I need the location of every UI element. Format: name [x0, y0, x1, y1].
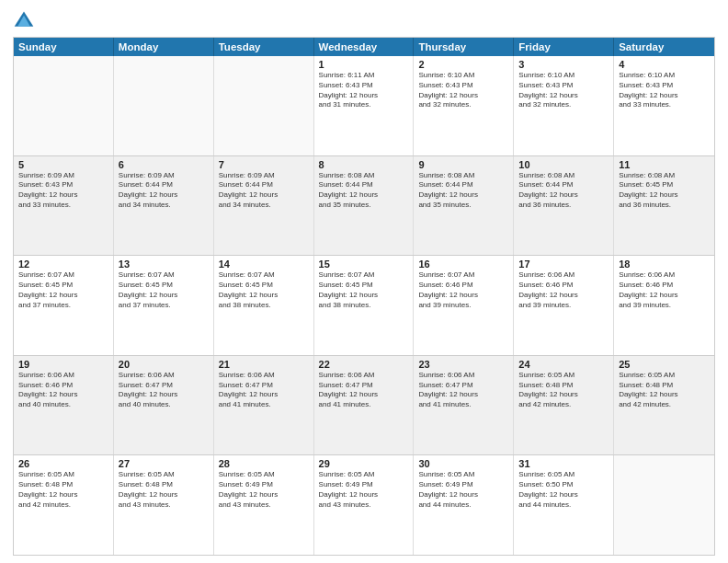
day-info: Sunrise: 6:06 AM Sunset: 6:46 PM Dayligh… [18, 371, 108, 410]
calendar-cell: 28Sunrise: 6:05 AM Sunset: 6:49 PM Dayli… [214, 455, 314, 555]
calendar-week-row: 12Sunrise: 6:07 AM Sunset: 6:45 PM Dayli… [14, 255, 714, 355]
day-info: Sunrise: 6:06 AM Sunset: 6:47 PM Dayligh… [119, 371, 209, 410]
calendar-header-cell: Friday [514, 38, 614, 56]
day-info: Sunrise: 6:06 AM Sunset: 6:47 PM Dayligh… [319, 371, 409, 410]
day-info: Sunrise: 6:08 AM Sunset: 6:45 PM Dayligh… [619, 171, 710, 211]
day-info: Sunrise: 6:05 AM Sunset: 6:48 PM Dayligh… [518, 371, 609, 410]
day-number: 5 [18, 159, 108, 170]
day-info: Sunrise: 6:08 AM Sunset: 6:44 PM Dayligh… [319, 171, 409, 211]
calendar-cell: 1Sunrise: 6:11 AM Sunset: 6:43 PM Daylig… [314, 56, 415, 155]
day-info: Sunrise: 6:11 AM Sunset: 6:43 PM Dayligh… [319, 71, 409, 110]
calendar-header-row: SundayMondayTuesdayWednesdayThursdayFrid… [14, 38, 714, 56]
day-info: Sunrise: 6:07 AM Sunset: 6:45 PM Dayligh… [219, 270, 309, 310]
day-info: Sunrise: 6:08 AM Sunset: 6:44 PM Dayligh… [518, 171, 609, 211]
day-number: 23 [418, 359, 508, 370]
logo [13, 9, 39, 31]
calendar-week-row: 5Sunrise: 6:09 AM Sunset: 6:43 PM Daylig… [14, 155, 714, 256]
calendar-week-row: 26Sunrise: 6:05 AM Sunset: 6:48 PM Dayli… [14, 454, 714, 555]
calendar-cell-empty [14, 56, 114, 155]
day-number: 11 [619, 159, 710, 170]
calendar-cell-empty [614, 455, 714, 555]
day-info: Sunrise: 6:06 AM Sunset: 6:47 PM Dayligh… [219, 371, 309, 410]
calendar-cell: 26Sunrise: 6:05 AM Sunset: 6:48 PM Dayli… [14, 455, 114, 555]
calendar-cell: 4Sunrise: 6:10 AM Sunset: 6:43 PM Daylig… [614, 56, 714, 155]
calendar-cell: 20Sunrise: 6:06 AM Sunset: 6:47 PM Dayli… [114, 356, 214, 455]
calendar-header-cell: Wednesday [314, 38, 415, 56]
day-number: 8 [319, 159, 409, 170]
calendar-header-cell: Saturday [614, 38, 714, 56]
calendar-cell: 11Sunrise: 6:08 AM Sunset: 6:45 PM Dayli… [614, 156, 714, 256]
calendar-header-cell: Sunday [14, 38, 114, 56]
day-number: 6 [119, 159, 209, 170]
day-number: 7 [219, 159, 309, 170]
calendar-cell: 6Sunrise: 6:09 AM Sunset: 6:44 PM Daylig… [114, 156, 214, 256]
day-number: 13 [119, 259, 209, 270]
day-number: 9 [418, 159, 508, 170]
day-info: Sunrise: 6:06 AM Sunset: 6:46 PM Dayligh… [518, 270, 609, 310]
day-info: Sunrise: 6:06 AM Sunset: 6:46 PM Dayligh… [619, 270, 710, 310]
calendar-week-row: 19Sunrise: 6:06 AM Sunset: 6:46 PM Dayli… [14, 355, 714, 455]
calendar-cell: 8Sunrise: 6:08 AM Sunset: 6:44 PM Daylig… [314, 156, 415, 256]
day-number: 17 [518, 259, 609, 270]
calendar-cell-empty [114, 56, 214, 155]
day-number: 3 [518, 59, 609, 70]
day-number: 31 [518, 458, 609, 469]
day-info: Sunrise: 6:08 AM Sunset: 6:44 PM Dayligh… [418, 171, 508, 211]
day-info: Sunrise: 6:05 AM Sunset: 6:48 PM Dayligh… [619, 371, 710, 410]
day-info: Sunrise: 6:05 AM Sunset: 6:49 PM Dayligh… [418, 470, 508, 510]
calendar-cell: 24Sunrise: 6:05 AM Sunset: 6:48 PM Dayli… [514, 356, 614, 455]
calendar-header-cell: Monday [114, 38, 214, 56]
day-info: Sunrise: 6:05 AM Sunset: 6:49 PM Dayligh… [219, 470, 309, 510]
calendar-cell: 3Sunrise: 6:10 AM Sunset: 6:43 PM Daylig… [514, 56, 614, 155]
calendar-cell: 12Sunrise: 6:07 AM Sunset: 6:45 PM Dayli… [14, 256, 114, 355]
calendar-header-cell: Thursday [414, 38, 514, 56]
day-number: 12 [18, 259, 108, 270]
header [13, 9, 715, 31]
day-info: Sunrise: 6:05 AM Sunset: 6:48 PM Dayligh… [18, 470, 108, 510]
day-number: 28 [219, 458, 309, 469]
logo-icon [13, 9, 35, 31]
day-info: Sunrise: 6:05 AM Sunset: 6:48 PM Dayligh… [119, 470, 209, 510]
day-info: Sunrise: 6:10 AM Sunset: 6:43 PM Dayligh… [619, 71, 710, 110]
calendar-body: 1Sunrise: 6:11 AM Sunset: 6:43 PM Daylig… [14, 56, 714, 555]
calendar-cell: 25Sunrise: 6:05 AM Sunset: 6:48 PM Dayli… [614, 356, 714, 455]
day-number: 24 [518, 359, 609, 370]
day-number: 16 [418, 259, 508, 270]
calendar-cell: 31Sunrise: 6:05 AM Sunset: 6:50 PM Dayli… [514, 455, 614, 555]
day-number: 10 [518, 159, 609, 170]
day-number: 22 [319, 359, 409, 370]
calendar-cell: 27Sunrise: 6:05 AM Sunset: 6:48 PM Dayli… [114, 455, 214, 555]
day-info: Sunrise: 6:07 AM Sunset: 6:45 PM Dayligh… [119, 270, 209, 310]
calendar-cell: 9Sunrise: 6:08 AM Sunset: 6:44 PM Daylig… [414, 156, 514, 256]
calendar-header-cell: Tuesday [214, 38, 314, 56]
day-number: 19 [18, 359, 108, 370]
calendar-cell: 21Sunrise: 6:06 AM Sunset: 6:47 PM Dayli… [214, 356, 314, 455]
calendar-cell: 5Sunrise: 6:09 AM Sunset: 6:43 PM Daylig… [14, 156, 114, 256]
calendar-cell: 30Sunrise: 6:05 AM Sunset: 6:49 PM Dayli… [414, 455, 514, 555]
day-info: Sunrise: 6:05 AM Sunset: 6:50 PM Dayligh… [518, 470, 609, 510]
day-number: 15 [319, 259, 409, 270]
day-number: 4 [619, 59, 710, 70]
day-number: 14 [219, 259, 309, 270]
calendar-cell: 18Sunrise: 6:06 AM Sunset: 6:46 PM Dayli… [614, 256, 714, 355]
day-info: Sunrise: 6:07 AM Sunset: 6:45 PM Dayligh… [319, 270, 409, 310]
day-number: 20 [119, 359, 209, 370]
calendar-cell: 22Sunrise: 6:06 AM Sunset: 6:47 PM Dayli… [314, 356, 415, 455]
day-info: Sunrise: 6:06 AM Sunset: 6:47 PM Dayligh… [418, 371, 508, 410]
day-info: Sunrise: 6:09 AM Sunset: 6:44 PM Dayligh… [119, 171, 209, 211]
calendar-cell-empty [214, 56, 314, 155]
day-info: Sunrise: 6:10 AM Sunset: 6:43 PM Dayligh… [518, 71, 609, 110]
day-number: 26 [18, 458, 108, 469]
day-info: Sunrise: 6:09 AM Sunset: 6:43 PM Dayligh… [18, 171, 108, 211]
calendar-cell: 2Sunrise: 6:10 AM Sunset: 6:43 PM Daylig… [414, 56, 514, 155]
day-info: Sunrise: 6:05 AM Sunset: 6:49 PM Dayligh… [319, 470, 409, 510]
calendar-cell: 23Sunrise: 6:06 AM Sunset: 6:47 PM Dayli… [414, 356, 514, 455]
calendar-cell: 14Sunrise: 6:07 AM Sunset: 6:45 PM Dayli… [214, 256, 314, 355]
day-info: Sunrise: 6:10 AM Sunset: 6:43 PM Dayligh… [418, 71, 508, 110]
calendar-cell: 15Sunrise: 6:07 AM Sunset: 6:45 PM Dayli… [314, 256, 415, 355]
calendar-cell: 17Sunrise: 6:06 AM Sunset: 6:46 PM Dayli… [514, 256, 614, 355]
calendar-cell: 29Sunrise: 6:05 AM Sunset: 6:49 PM Dayli… [314, 455, 415, 555]
day-number: 2 [418, 59, 508, 70]
calendar-cell: 7Sunrise: 6:09 AM Sunset: 6:44 PM Daylig… [214, 156, 314, 256]
calendar-week-row: 1Sunrise: 6:11 AM Sunset: 6:43 PM Daylig… [14, 56, 714, 155]
